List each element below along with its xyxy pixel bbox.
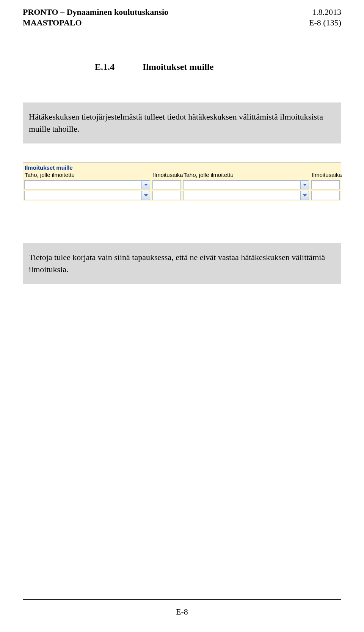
form-title: Ilmoitukset muille	[23, 163, 341, 171]
chevron-down-icon[interactable]	[301, 180, 309, 189]
document-page: PRONTO – Dynaaminen koulutuskansio MAAST…	[0, 0, 364, 632]
header-left: PRONTO – Dynaaminen koulutuskansio MAAST…	[23, 7, 168, 28]
taho1-combo	[24, 180, 150, 189]
note-box: Tietoja tulee korjata vain siinä tapauks…	[23, 243, 341, 284]
section-title: Ilmoitukset muille	[143, 62, 213, 72]
doc-page-ref: E-8 (135)	[309, 17, 341, 28]
doc-title-line2: MAASTOPALO	[23, 17, 168, 28]
aika1-input[interactable]	[152, 191, 181, 200]
col-header-taho2: Taho, jolle ilmoitettu	[182, 171, 310, 180]
col-header-taho1: Taho, jolle ilmoitettu	[23, 171, 151, 180]
aika1-input[interactable]	[152, 180, 181, 189]
taho1-input[interactable]	[24, 191, 142, 200]
form-table: Taho, jolle ilmoitettu Ilmoitusaika Taho…	[23, 171, 341, 201]
col-header-aika2: Ilmoitusaika	[310, 171, 341, 180]
page-header: PRONTO – Dynaaminen koulutuskansio MAAST…	[23, 7, 341, 28]
taho1-combo	[24, 191, 150, 200]
table-header-row: Taho, jolle ilmoitettu Ilmoitusaika Taho…	[23, 171, 341, 180]
chevron-down-icon[interactable]	[301, 191, 309, 200]
taho2-combo	[183, 191, 309, 200]
col-header-aika1: Ilmoitusaika	[151, 171, 182, 180]
chevron-down-icon[interactable]	[142, 180, 150, 189]
footer-page-number: E-8	[23, 607, 341, 617]
aika2-input[interactable]	[311, 180, 340, 189]
taho2-input[interactable]	[183, 180, 301, 189]
taho1-input[interactable]	[24, 180, 142, 189]
chevron-down-icon[interactable]	[142, 191, 150, 200]
header-right: 1.8.2013 E-8 (135)	[309, 7, 341, 28]
aika2-input[interactable]	[311, 191, 340, 200]
form-panel: Ilmoitukset muille Taho, jolle ilmoitett…	[23, 162, 341, 201]
footer-divider	[23, 599, 341, 600]
section-heading: E.1.4 Ilmoitukset muille	[95, 62, 341, 72]
doc-date: 1.8.2013	[309, 7, 341, 17]
doc-title-line1: PRONTO – Dynaaminen koulutuskansio	[23, 7, 168, 17]
page-footer: E-8	[23, 596, 341, 617]
intro-box: Hätäkeskuksen tietojärjestelmästä tullee…	[23, 102, 341, 143]
note-text: Tietoja tulee korjata vain siinä tapauks…	[29, 252, 325, 274]
taho2-combo	[183, 180, 309, 189]
section-number: E.1.4	[95, 62, 140, 72]
table-row	[23, 180, 341, 190]
table-row	[23, 190, 341, 201]
taho2-input[interactable]	[183, 191, 301, 200]
intro-text: Hätäkeskuksen tietojärjestelmästä tullee…	[29, 112, 323, 134]
